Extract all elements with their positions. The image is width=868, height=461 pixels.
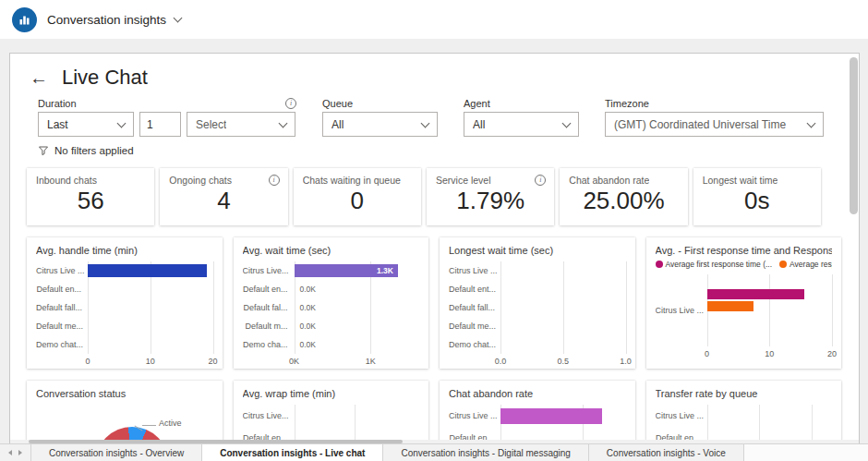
kpi-label: Inbound chats [36, 175, 97, 186]
horizontal-scrollbar-thumb[interactable] [29, 440, 403, 443]
kpi-value: 4 [160, 187, 287, 215]
bar-value-label: 0.0K [300, 335, 317, 354]
queue-label: Queue [322, 98, 353, 109]
category-label: Default fall... [449, 298, 500, 317]
donut-chart: Active [36, 399, 213, 443]
axis-tick-label: 0K [289, 357, 299, 366]
duration-label: Duration [38, 98, 77, 109]
chevron-down-icon [562, 118, 572, 127]
duration-count-input[interactable] [139, 112, 181, 137]
bar-value-label: 0.0K [300, 280, 317, 298]
chevron-down-icon [807, 118, 816, 127]
top-app-bar: Conversation insights [0, 0, 868, 39]
filter-icon [38, 145, 49, 156]
duration-info-icon[interactable]: i [285, 98, 296, 109]
category-label: Default me... [36, 317, 88, 335]
category-label: Demo cha... [243, 335, 295, 354]
bar-citrus-live[interactable] [500, 408, 602, 424]
value-axis: 0K1K [295, 354, 420, 366]
chart-body: Citrus Live ...Default ent...Default fal… [449, 261, 626, 354]
vertical-scrollbar[interactable] [850, 57, 858, 438]
queue-value: All [332, 118, 344, 131]
legend-item[interactable]: Average first response time (... [656, 260, 773, 269]
kpi-card-chat-abandon-rate[interactable]: Chat abandon rate25.00% [560, 168, 687, 225]
axis-tick-label: 20 [827, 349, 837, 358]
value-axis: 01020 [88, 354, 213, 366]
vertical-scrollbar-thumb[interactable] [850, 57, 858, 214]
agent-select[interactable]: All [464, 112, 579, 137]
axis-tick-label: 0 [705, 349, 709, 358]
duration-unit-select[interactable]: Last [38, 112, 134, 137]
plot-area [707, 405, 833, 443]
category-axis: Citrus Live ...Default en...Default fall… [449, 405, 500, 443]
chart-row-2: Conversation statusActiveAvg. wrap time … [27, 381, 841, 443]
queue-filter-group: Queue All [322, 96, 438, 137]
tab-conversation-insights-live-chat[interactable]: Conversation insights - Live chat [202, 444, 383, 461]
bar-average-response-time[interactable] [707, 301, 753, 311]
horizontal-scrollbar[interactable] [10, 440, 859, 443]
category-axis: Citrus Live...Default en...Default fal..… [243, 405, 295, 443]
chart-card-avg-wait-time-sec: Avg. wait time (sec)Citrus Live...Defaul… [234, 237, 429, 369]
tab-conversation-insights-digital-messaging[interactable]: Conversation insights - Digital messagin… [383, 444, 588, 461]
category-label: Citrus Live ... [656, 405, 707, 427]
kpi-label: Chats waiting in queue [303, 175, 401, 186]
gridline [213, 261, 214, 354]
queue-select[interactable]: All [322, 112, 438, 137]
value-axis: 0.00.51.0 [500, 354, 626, 366]
category-axis: Citrus Live ...Default en...Default fall… [656, 405, 707, 443]
chart-title: Transfer rate by queue [656, 388, 833, 399]
legend-label: Average response ti... [790, 260, 832, 269]
kpi-card-service-level[interactable]: Service leveli1.79% [427, 168, 554, 225]
agent-value: All [473, 118, 485, 131]
chart-title: Conversation status [36, 388, 213, 399]
chart-legend: Average first response time (...Average … [656, 260, 833, 269]
tab-conversation-insights-voice[interactable]: Conversation insights - Voice [589, 444, 744, 461]
kpi-card-ongoing-chats[interactable]: Ongoing chatsi4 [160, 168, 287, 225]
kpi-card-longest-wait-time[interactable]: Longest wait time0s [693, 168, 821, 225]
bar-value-label: 1.3K [377, 261, 393, 280]
kpi-value: 1.79% [427, 187, 554, 215]
chart-card-avg-wrap-time-min: Avg. wrap time (min)Citrus Live...Defaul… [234, 381, 429, 443]
category-axis: Citrus Live ...Default en...Default fall… [36, 261, 88, 354]
bar-citrus-live[interactable] [88, 264, 207, 277]
app-logo-icon[interactable] [12, 7, 37, 32]
timezone-filter-group: Timezone (GMT) Coordinated Universal Tim… [605, 96, 824, 137]
axis-tick-label: 0.5 [557, 357, 569, 366]
prev-tab-icon[interactable] [8, 450, 12, 455]
kpi-label-row: Service leveli [427, 168, 554, 186]
chart-title: Chat abandon rate [449, 388, 626, 399]
info-icon[interactable]: i [269, 175, 280, 186]
kpi-label: Ongoing chats [169, 175, 232, 186]
kpi-card-inbound-chats[interactable]: Inbound chats56 [27, 168, 154, 225]
legend-label: Average first response time (... [666, 260, 773, 269]
chart-card-avg-handle-time-min: Avg. handle time (min)Citrus Live ...Def… [27, 237, 223, 369]
chevron-down-icon[interactable] [174, 13, 183, 22]
gridline [563, 261, 564, 354]
bar-average-first-response-time[interactable] [707, 289, 805, 299]
back-button[interactable]: ← [30, 68, 48, 87]
next-tab-icon[interactable] [18, 450, 22, 455]
bar-chart-icon [18, 14, 30, 26]
info-icon[interactable]: i [535, 175, 546, 186]
legend-dot [779, 261, 787, 268]
tab-nav-arrows [0, 444, 31, 461]
chart-body: Citrus Live ...Default en...Default fall… [449, 405, 626, 443]
category-label: Default fall... [36, 298, 88, 317]
legend-item[interactable]: Average response ti... [779, 260, 832, 269]
chevron-down-icon [117, 118, 127, 127]
chart-body: Citrus Live ...Default en...Default fall… [36, 261, 213, 354]
category-label: Citrus Live ... [449, 261, 500, 280]
gridline [832, 274, 833, 346]
tab-conversation-insights-overview[interactable]: Conversation insights - Overview [31, 444, 202, 461]
category-axis: Citrus Live ...Default ent...Default fal… [449, 261, 500, 354]
duration-range-select[interactable]: Select [187, 112, 295, 137]
chart-card-chat-abandon-rate: Chat abandon rateCitrus Live ...Default … [440, 381, 635, 443]
category-label: Default en... [36, 280, 88, 298]
timezone-select[interactable]: (GMT) Coordinated Universal Time [605, 112, 824, 137]
category-label: Default me... [449, 317, 500, 335]
plot-area: 1.3K0.0K0.0K0.0K0.0K [295, 261, 420, 354]
chart-card-longest-wait-time-sec: Longest wait time (sec)Citrus Live ...De… [440, 237, 635, 369]
plot-area [500, 405, 626, 443]
kpi-card-chats-waiting-in-queue[interactable]: Chats waiting in queue0 [294, 168, 421, 225]
kpi-label: Longest wait time [703, 175, 778, 186]
